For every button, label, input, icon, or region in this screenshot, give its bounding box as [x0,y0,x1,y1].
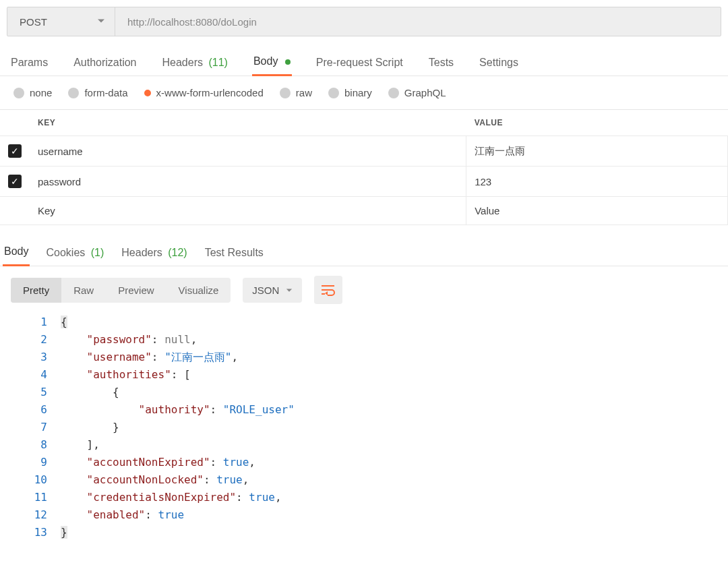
code-content: "authorities": [ [61,366,191,384]
resp-tab-tests[interactable]: Test Results [204,247,265,266]
code-content: } [61,524,67,541]
wrap-lines-button[interactable] [314,276,342,304]
radio-icon [328,88,339,98]
checkbox-icon[interactable]: ✓ [8,175,22,188]
code-content: { [61,314,67,331]
body-type-binary[interactable]: binary [328,87,372,98]
method-select[interactable]: POST [7,7,115,36]
tab-headers-count: (11) [208,57,227,68]
kv-value-placeholder[interactable]: Value [466,197,728,225]
view-toolbar: Pretty Raw Preview Visualize JSON [0,266,728,309]
code-line: 10 "accountNonLocked": true, [0,471,728,489]
view-pretty[interactable]: Pretty [11,278,61,303]
code-content: "enabled": true [61,506,184,524]
code-line: 11 "credentialsNonExpired": true, [0,489,728,506]
language-select[interactable]: JSON [243,278,302,303]
code-content: { [61,384,119,401]
tab-params[interactable]: Params [9,57,49,76]
table-row: ✓password123 [0,167,728,197]
code-line: 6 "authority": "ROLE_user" [0,401,728,419]
code-line: 2 "password": null, [0,331,728,349]
tab-settings[interactable]: Settings [478,57,520,76]
body-type-label: GraphQL [404,87,446,98]
radio-icon [13,88,24,98]
code-content: "accountNonExpired": true, [61,454,255,471]
line-number: 3 [0,349,61,366]
kv-key-cell[interactable]: username [30,136,466,167]
table-row: KeyValue [0,197,728,225]
tab-headers-label: Headers [162,57,203,68]
kv-header-value: VALUE [466,110,728,136]
code-line: 8 ], [0,436,728,454]
kv-table: KEY VALUE ✓username江南一点雨✓password123KeyV… [0,110,728,225]
code-content: "username": "江南一点雨", [61,349,238,366]
code-line: 13} [0,524,728,541]
line-number: 10 [0,471,61,489]
resp-tab-headers[interactable]: Headers (12) [120,247,188,266]
code-content: "authority": "ROLE_user" [61,401,295,419]
code-line: 9 "accountNonExpired": true, [0,454,728,471]
tab-body-label: Body [253,55,278,67]
line-number: 9 [0,454,61,471]
method-label: POST [20,16,47,28]
line-number: 8 [0,436,61,454]
url-input[interactable] [115,7,721,36]
code-line: 4 "authorities": [ [0,366,728,384]
resp-tab-body[interactable]: Body [3,245,30,266]
body-type-label: x-www-form-urlencoded [156,87,264,98]
body-type-label: none [30,87,52,98]
tab-tests[interactable]: Tests [427,57,455,76]
body-changed-indicator [285,59,291,65]
view-preview[interactable]: Preview [106,278,166,303]
body-type-graphql[interactable]: GraphQL [388,87,446,98]
resp-headers-count: (12) [168,247,187,258]
kv-key-placeholder[interactable]: Key [30,197,466,225]
code-content: "password": null, [61,331,197,349]
code-line: 7 } [0,419,728,436]
resp-tab-cookies[interactable]: Cookies (1) [44,247,105,266]
tab-authorization[interactable]: Authorization [72,57,138,76]
kv-header-key: KEY [30,110,466,136]
response-tabs: Body Cookies (1) Headers (12) Test Resul… [0,232,728,266]
tab-body[interactable]: Body [252,55,292,76]
table-row: ✓username江南一点雨 [0,136,728,167]
body-type-none[interactable]: none [13,87,52,98]
kv-key-cell[interactable]: password [30,167,466,197]
resp-cookies-label: Cookies [46,247,85,258]
checkbox-icon[interactable]: ✓ [8,144,22,158]
tab-headers[interactable]: Headers (11) [161,57,229,76]
wrap-icon [321,284,336,296]
kv-value-cell[interactable]: 江南一点雨 [466,136,728,167]
resp-cookies-count: (1) [91,247,104,258]
chevron-down-icon [286,285,293,296]
line-number: 11 [0,489,61,506]
body-type-formdata[interactable]: form-data [68,87,127,98]
line-number: 12 [0,506,61,524]
line-number: 6 [0,401,61,419]
radio-icon [388,88,399,98]
url-bar: POST [7,7,721,36]
view-visualize[interactable]: Visualize [166,278,231,303]
code-line: 1{ [0,314,728,331]
tab-prerequest[interactable]: Pre-request Script [315,57,404,76]
radio-icon [280,88,291,98]
kv-header-blank [0,110,30,136]
kv-value-cell[interactable]: 123 [466,167,728,197]
code-content: "credentialsNonExpired": true, [61,489,282,506]
body-type-urlencoded[interactable]: x-www-form-urlencoded [144,87,264,98]
line-number: 7 [0,419,61,436]
line-number: 5 [0,384,61,401]
body-type-label: raw [296,87,312,98]
chevron-down-icon [97,16,105,28]
line-number: 13 [0,524,61,541]
code-content: "accountNonLocked": true, [61,471,249,489]
line-number: 1 [0,314,61,331]
code-line: 5 { [0,384,728,401]
view-raw[interactable]: Raw [61,278,106,303]
body-types: none form-data x-www-form-urlencoded raw… [0,76,728,110]
code-content: ], [61,436,100,454]
radio-icon [68,88,79,98]
response-body-viewer[interactable]: 1{2 "password": null,3 "username": "江南一点… [0,309,728,555]
resp-headers-label: Headers [121,247,162,258]
body-type-raw[interactable]: raw [280,87,312,98]
